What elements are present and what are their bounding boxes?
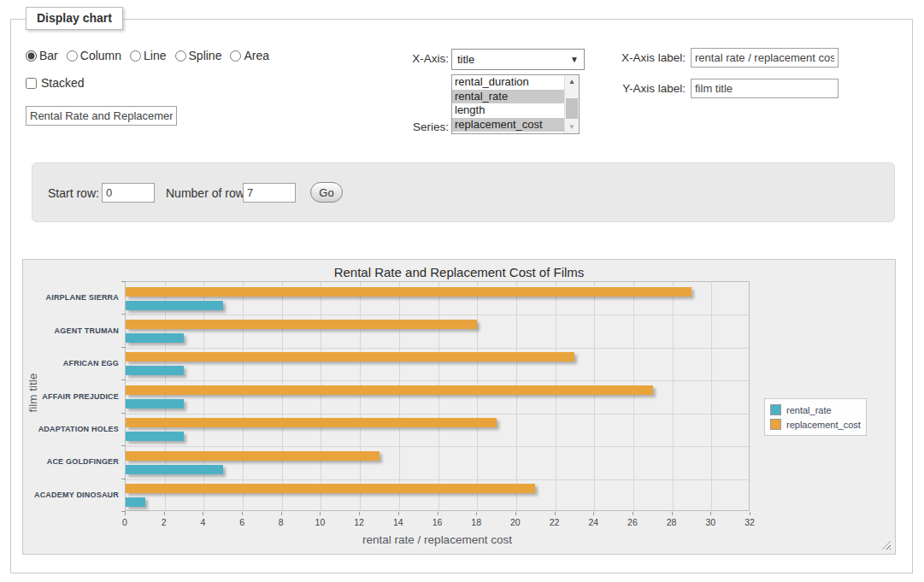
x-tickmark-0 — [125, 512, 126, 515]
chart-legend: rental_ratereplacement_cost — [764, 398, 867, 436]
gridline-x-4 — [203, 282, 204, 510]
gridline-x-8 — [282, 282, 283, 510]
resize-handle-icon[interactable] — [882, 541, 891, 550]
scrollbar-thumb[interactable] — [566, 98, 578, 119]
line-radio-label: Line — [144, 49, 166, 62]
number-of-rows-input[interactable] — [243, 183, 296, 203]
radio-option-column[interactable]: Column — [67, 49, 121, 62]
bar-rental_rate-academy-dinosaur — [126, 497, 145, 507]
radio-option-line[interactable]: Line — [130, 49, 166, 62]
x-tickmark-22 — [555, 512, 556, 515]
category-label-agent-truman: AGENT TRUMAN — [23, 326, 119, 335]
y-tickmark-5 — [121, 445, 126, 446]
bar-rental_rate-ace-goldfinger — [126, 465, 223, 474]
x-axis-label-field-label: X-Axis label: — [609, 51, 686, 64]
bar-replacement_cost-african-egg — [126, 352, 574, 362]
bar-replacement_cost-affair-prejudice — [126, 385, 653, 395]
bar-rental_rate-african-egg — [126, 366, 184, 375]
series-options: rental_durationrental_ratelengthreplacem… — [452, 75, 564, 133]
x-tickmark-26 — [633, 512, 633, 515]
radio-option-area[interactable]: Area — [230, 49, 269, 62]
radio-option-bar[interactable]: Bar — [26, 49, 58, 62]
fieldset-legend: Display chart — [26, 7, 123, 30]
series-option-replacement_cost[interactable]: replacement_cost — [452, 118, 564, 132]
y-tickmark-4 — [121, 413, 126, 414]
x-ticklabel-24: 24 — [580, 517, 606, 527]
x-tickmark-28 — [672, 512, 673, 515]
gridline-band-6 — [126, 479, 749, 480]
x-ticklabel-14: 14 — [385, 517, 411, 527]
x-ticklabel-30: 30 — [697, 517, 723, 527]
gridline-x-18 — [477, 282, 478, 510]
x-axis-select-label: X-Axis: — [389, 52, 449, 65]
x-tickmark-4 — [203, 512, 203, 515]
series-scrollbar[interactable]: ▲ ▼ — [564, 75, 579, 133]
gridline-x-2 — [165, 282, 166, 510]
gridline-x-26 — [633, 282, 634, 510]
x-ticklabel-28: 28 — [659, 517, 685, 527]
x-tickmark-20 — [515, 512, 516, 515]
gridline-x-6 — [243, 282, 244, 510]
y-axis-label-field-label: Y-Axis label: — [609, 82, 686, 95]
scroll-down-icon[interactable]: ▼ — [565, 121, 579, 133]
x-tickmark-2 — [164, 512, 165, 515]
gridline-band-4 — [126, 414, 749, 414]
column-radio[interactable] — [67, 50, 78, 62]
stacked-checkbox-wrap[interactable]: Stacked — [26, 76, 85, 90]
x-ticklabel-20: 20 — [503, 517, 528, 527]
y-tickmark-1 — [121, 314, 126, 315]
gridline-x-20 — [516, 282, 517, 510]
series-option-rental_rate[interactable]: rental_rate — [452, 90, 564, 104]
column-radio-label: Column — [80, 49, 121, 62]
x-ticklabel-26: 26 — [620, 517, 645, 527]
area-radio[interactable] — [230, 50, 241, 62]
y-axis-label-input[interactable] — [691, 79, 839, 98]
dropdown-arrow-icon: ▼ — [570, 55, 579, 64]
gridline-x-22 — [556, 282, 556, 510]
radio-option-spline[interactable]: Spline — [175, 49, 222, 62]
x-ticklabel-6: 6 — [229, 517, 255, 527]
chart-panel: Rental Rate and Replacement Cost of Film… — [22, 259, 896, 555]
x-ticklabel-4: 4 — [190, 517, 215, 527]
y-tickmark-0 — [121, 281, 126, 282]
gridline-x-30 — [711, 282, 712, 510]
line-radio[interactable] — [130, 50, 141, 62]
number-of-rows-label: Number of rows: — [166, 186, 254, 200]
category-label-adaptation-holes: ADAPTATION HOLES — [23, 425, 119, 433]
category-label-airplane-sierra: AIRPLANE SIERRA — [23, 293, 119, 302]
area-radio-label: Area — [244, 49, 269, 62]
y-tickmark-6 — [121, 479, 126, 479]
bar-rental_rate-affair-prejudice — [126, 399, 184, 409]
spline-radio-label: Spline — [189, 49, 222, 62]
series-option-rental_duration[interactable]: rental_duration — [452, 75, 564, 90]
x-tickmark-16 — [438, 512, 438, 515]
bar-radio-label: Bar — [39, 49, 58, 62]
chart-title-input[interactable] — [26, 106, 177, 126]
x-ticklabel-32: 32 — [737, 517, 762, 527]
x-tickmark-8 — [281, 512, 282, 515]
legend-label-replacement_cost: replacement_cost — [786, 420, 861, 430]
x-axis-label-input[interactable] — [691, 48, 839, 68]
gridline-x-12 — [360, 282, 361, 510]
y-tickmark-2 — [121, 347, 126, 348]
spline-radio[interactable] — [175, 50, 186, 62]
bar-replacement_cost-ace-goldfinger — [126, 451, 380, 461]
category-label-ace-goldfinger: ACE GOLDFINGER — [23, 457, 119, 466]
bar-replacement_cost-adaptation-holes — [126, 418, 497, 427]
start-row-input[interactable] — [102, 183, 155, 203]
stacked-checkbox[interactable] — [26, 78, 37, 89]
series-option-length[interactable]: length — [452, 103, 564, 118]
legend-label-rental_rate: rental_rate — [786, 405, 832, 415]
y-tickmark-3 — [121, 379, 126, 380]
category-label-academy-dinosaur: ACADEMY DINOSAUR — [23, 491, 119, 499]
x-axis-select[interactable]: title ▼ — [451, 49, 585, 70]
go-button[interactable]: Go — [310, 182, 343, 203]
gridline-x-10 — [321, 282, 321, 510]
x-tickmark-24 — [593, 512, 594, 515]
chart-title: Rental Rate and Replacement Cost of Film… — [23, 265, 895, 279]
x-tickmark-10 — [320, 512, 321, 515]
bar-radio[interactable] — [26, 50, 37, 62]
scroll-up-icon[interactable]: ▲ — [565, 75, 579, 88]
chart-plot-area — [125, 281, 750, 511]
series-multiselect[interactable]: rental_durationrental_ratelengthreplacem… — [451, 74, 580, 134]
